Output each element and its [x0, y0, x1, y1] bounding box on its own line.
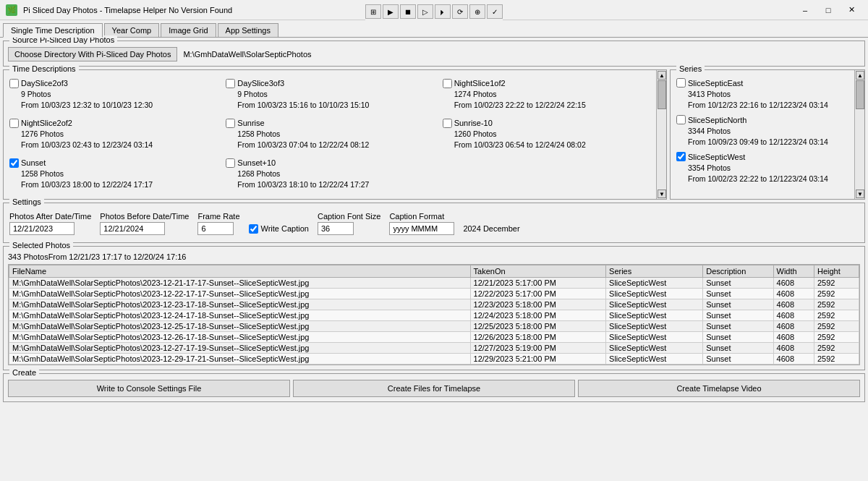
frame-rate-input[interactable] [197, 222, 234, 235]
cell-series: SliceSepticWest [606, 354, 703, 365]
table-row[interactable]: M:\GmhDataWell\SolarSepticPhotos\2023-12… [9, 289, 859, 299]
toolbar: ⊞ ▶ ⏹ ▷ ⏵ ⟳ ⊕ ✓ [365, 3, 503, 20]
cell-description: Sunset [703, 332, 773, 343]
series-scrollbar[interactable]: ▲ ▼ [854, 70, 864, 199]
td-checkbox-3[interactable] [9, 119, 19, 128]
caption-format-group: Caption Format [389, 212, 454, 235]
scroll-down-arrow[interactable]: ▼ [658, 190, 666, 198]
cell-width: 4608 [773, 278, 814, 289]
toolbar-btn-2[interactable]: ▶ [383, 4, 399, 19]
write-caption-label: Write Caption [261, 224, 309, 233]
toolbar-btn-7[interactable]: ⊕ [469, 4, 485, 19]
tab-image-grid[interactable]: Image Grid [161, 23, 216, 37]
series-checkbox-0[interactable] [676, 78, 686, 88]
caption-preview: 2024 December [463, 224, 519, 233]
photos-after-input[interactable] [9, 222, 75, 235]
table-row[interactable]: M:\GmhDataWell\SolarSepticPhotos\2023-12… [9, 299, 859, 310]
minimize-button[interactable]: – [794, 3, 816, 17]
td-item-5: Sunrise-101260 PhotosFrom 10/03/23 06:54… [440, 116, 653, 153]
col-width: Width [773, 265, 814, 278]
toolbar-btn-3[interactable]: ⏹ [400, 4, 416, 19]
cell-takenon: 12/24/2023 5:18:00 PM [470, 310, 606, 321]
td-item-0: DaySlice2of39 PhotosFrom 10/03/23 12:32 … [7, 76, 220, 113]
create-files-button[interactable]: Create Files for Timelapse [293, 380, 575, 397]
cell-filename: M:\GmhDataWell\SolarSepticPhotos\2023-12… [9, 321, 471, 332]
photos-before-input[interactable] [100, 222, 165, 235]
cell-series: SliceSepticWest [606, 332, 703, 343]
caption-format-input[interactable] [389, 222, 454, 235]
table-row[interactable]: M:\GmhDataWell\SolarSepticPhotos\2023-12… [9, 343, 859, 354]
cell-height: 2592 [814, 343, 859, 354]
col-description: Description [703, 265, 773, 278]
cell-takenon: 12/26/2023 5:18:00 PM [470, 332, 606, 343]
td-item-1: DaySlice3of39 PhotosFrom 10/03/23 15:16 … [223, 76, 436, 113]
toolbar-btn-8[interactable]: ✓ [487, 4, 503, 19]
photos-before-label: Photos Before Date/Time [100, 212, 189, 221]
source-path: M:\GmhDataWell\SolarSepticPhotos [183, 50, 311, 59]
tab-app-settings[interactable]: App Settings [218, 23, 278, 37]
series-scroll-up[interactable]: ▲ [856, 71, 864, 80]
td-checkbox-1[interactable] [226, 79, 235, 88]
td-checkbox-2[interactable] [443, 79, 452, 88]
source-group: Source Pi-Sliced Day Photos Choose Direc… [3, 41, 865, 67]
scroll-thumb[interactable] [658, 80, 666, 109]
toolbar-btn-5[interactable]: ⏵ [435, 4, 451, 19]
cell-series: SliceSepticWest [606, 321, 703, 332]
cell-width: 4608 [773, 310, 814, 321]
td-checkbox-4[interactable] [226, 119, 235, 128]
cell-description: Sunset [703, 321, 773, 332]
table-row[interactable]: M:\GmhDataWell\SolarSepticPhotos\2023-12… [9, 332, 859, 343]
title-bar: 🌿 Pi Sliced Day Photos - Timelapse Helpe… [0, 0, 868, 20]
series-item-0: SliceSepticEast3413 PhotosFrom 10/12/23 … [673, 76, 861, 113]
maximize-button[interactable]: □ [817, 3, 839, 17]
toolbar-btn-4[interactable]: ▷ [417, 4, 433, 19]
cell-description: Sunset [703, 343, 773, 354]
cell-takenon: 12/21/2023 5:17:00 PM [470, 278, 606, 289]
cell-takenon: 12/22/2023 5:17:00 PM [470, 289, 606, 299]
series-checkbox-1[interactable] [676, 115, 686, 124]
photo-table-wrapper[interactable]: FileName TakenOn Series Description Widt… [8, 264, 860, 365]
tab-single-time[interactable]: Single Time Description [3, 23, 103, 38]
td-item-2: NightSlice1of21274 PhotosFrom 10/02/23 2… [440, 76, 653, 113]
caption-font-size-input[interactable] [318, 222, 354, 235]
td-checkbox-6[interactable] [9, 158, 19, 168]
cell-filename: M:\GmhDataWell\SolarSepticPhotos\2023-12… [9, 343, 471, 354]
cell-takenon: 12/23/2023 5:18:00 PM [470, 299, 606, 310]
time-descriptions-scrollbar[interactable]: ▲ ▼ [656, 70, 666, 199]
create-video-button[interactable]: Create Timelapse Video [578, 380, 860, 397]
cell-description: Sunset [703, 278, 773, 289]
series-scroll-thumb[interactable] [856, 80, 864, 109]
toolbar-btn-1[interactable]: ⊞ [365, 4, 381, 19]
table-row[interactable]: M:\GmhDataWell\SolarSepticPhotos\2023-12… [9, 321, 859, 332]
choose-directory-button[interactable]: Choose Directory With Pi-Sliced Day Phot… [8, 47, 177, 61]
table-row[interactable]: M:\GmhDataWell\SolarSepticPhotos\2023-12… [9, 278, 859, 289]
cell-series: SliceSepticWest [606, 310, 703, 321]
close-button[interactable]: ✕ [841, 3, 862, 17]
app-icon: 🌿 [6, 4, 17, 16]
selected-photos-label: Selected Photos [9, 241, 73, 250]
series-checkbox-2[interactable] [676, 152, 686, 161]
series-scroll-down[interactable]: ▼ [856, 190, 864, 198]
toolbar-btn-6[interactable]: ⟳ [452, 4, 468, 19]
td-checkbox-5[interactable] [443, 119, 452, 128]
td-checkbox-0[interactable] [9, 79, 19, 88]
table-row[interactable]: M:\GmhDataWell\SolarSepticPhotos\2023-12… [9, 310, 859, 321]
cell-width: 4608 [773, 289, 814, 299]
scroll-up-arrow[interactable]: ▲ [658, 71, 666, 80]
write-caption-checkbox[interactable] [249, 224, 258, 234]
cell-takenon: 12/29/2023 5:21:00 PM [470, 354, 606, 365]
series-group-label: Series [676, 64, 705, 73]
caption-spacer [249, 214, 309, 223]
photo-table-body: M:\GmhDataWell\SolarSepticPhotos\2023-12… [9, 278, 859, 365]
td-checkbox-7[interactable] [226, 158, 235, 168]
time-descriptions-label: Time Descriptions [9, 64, 79, 73]
td-item-6: Sunset1258 PhotosFrom 10/03/23 18:00 to … [7, 156, 220, 192]
cell-filename: M:\GmhDataWell\SolarSepticPhotos\2023-12… [9, 278, 471, 289]
write-console-button[interactable]: Write to Console Settings File [8, 380, 290, 397]
cell-height: 2592 [814, 289, 859, 299]
settings-row: Photos After Date/Time Photos Before Dat… [8, 209, 860, 238]
cell-filename: M:\GmhDataWell\SolarSepticPhotos\2023-12… [9, 332, 471, 343]
cell-takenon: 12/27/2023 5:19:00 PM [470, 343, 606, 354]
table-row[interactable]: M:\GmhDataWell\SolarSepticPhotos\2023-12… [9, 354, 859, 365]
cell-description: Sunset [703, 299, 773, 310]
